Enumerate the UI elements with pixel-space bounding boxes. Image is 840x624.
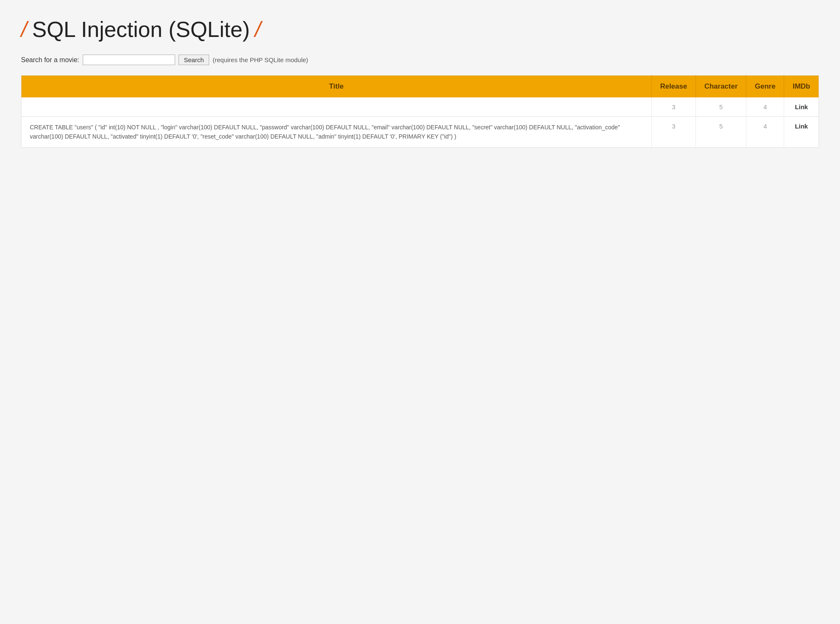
cell-character: 5	[696, 117, 746, 148]
cell-release: 3	[651, 97, 696, 117]
search-label: Search for a movie:	[21, 56, 79, 64]
col-release: Release	[651, 76, 696, 98]
table-row: 354Link	[21, 97, 819, 117]
search-note: (requires the PHP SQLite module)	[213, 56, 308, 63]
title-slash-left: /	[21, 17, 27, 42]
col-title: Title	[21, 76, 652, 98]
cell-title	[21, 97, 652, 117]
cell-character: 5	[696, 97, 746, 117]
col-imdb: IMDb	[784, 76, 819, 98]
table-row: CREATE TABLE "users" ( "id" int(10) NOT …	[21, 117, 819, 148]
cell-genre: 4	[746, 117, 784, 148]
table-header: Title Release Character Genre IMDb	[21, 76, 819, 98]
cell-imdb[interactable]: Link	[784, 117, 819, 148]
cell-imdb[interactable]: Link	[784, 97, 819, 117]
table-body: 354LinkCREATE TABLE "users" ( "id" int(1…	[21, 97, 819, 147]
col-genre: Genre	[746, 76, 784, 98]
search-section: Search for a movie: Search (requires the…	[21, 55, 819, 65]
search-input[interactable]	[83, 55, 175, 65]
cell-title: CREATE TABLE "users" ( "id" int(10) NOT …	[21, 117, 652, 148]
col-character: Character	[696, 76, 746, 98]
results-table: Title Release Character Genre IMDb 354Li…	[21, 75, 819, 148]
page-title: / SQL Injection (SQLite) /	[21, 17, 819, 42]
title-text: SQL Injection (SQLite)	[32, 17, 249, 42]
cell-release: 3	[651, 117, 696, 148]
cell-genre: 4	[746, 97, 784, 117]
title-slash-right: /	[255, 17, 261, 42]
table-header-row: Title Release Character Genre IMDb	[21, 76, 819, 98]
search-button[interactable]: Search	[178, 55, 210, 65]
